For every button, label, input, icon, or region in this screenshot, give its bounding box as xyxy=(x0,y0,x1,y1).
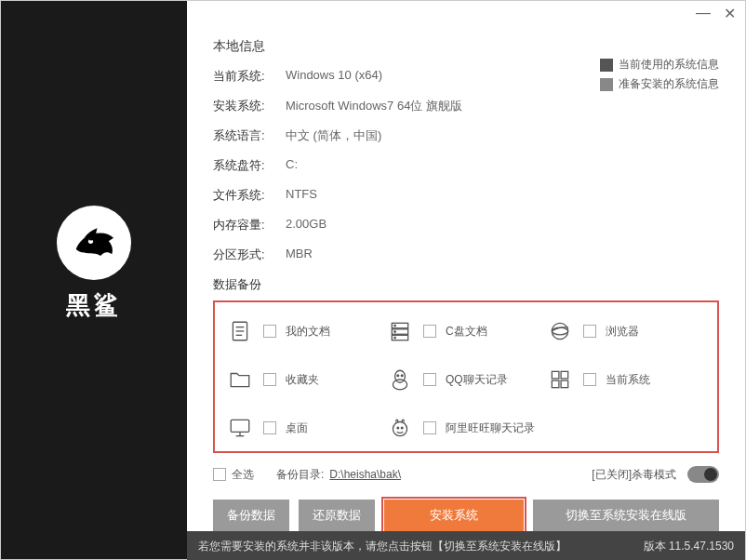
label-mem: 内存容量: xyxy=(213,217,286,233)
label-desktop: 桌面 xyxy=(286,420,308,436)
legend-swatch-prepare xyxy=(600,78,613,91)
backup-dir-path[interactable]: D:\heisha\bak\ xyxy=(329,468,401,481)
svg-rect-19 xyxy=(561,371,568,379)
windows-icon xyxy=(546,366,574,393)
restore-button[interactable]: 还原数据 xyxy=(299,500,375,531)
footer-version: 版本 11.5.47.1530 xyxy=(644,539,734,554)
select-all-label: 全选 xyxy=(232,467,254,483)
label-drive: 系统盘符: xyxy=(213,157,286,174)
svg-point-27 xyxy=(401,427,403,429)
svg-rect-1 xyxy=(89,239,94,241)
folder-icon xyxy=(226,366,254,393)
checkbox-cdrive[interactable] xyxy=(423,325,436,338)
antivirus-status: [已关闭]杀毒模式 xyxy=(592,467,676,483)
brand-logo: 黑鲨 xyxy=(57,206,131,322)
label-cdrive: C盘文档 xyxy=(446,324,487,340)
svg-point-13 xyxy=(552,327,567,335)
backup-item-cursys[interactable]: 当前系统 xyxy=(546,366,706,393)
brand-text: 黑鲨 xyxy=(66,289,122,322)
footer-hint: 若您需要安装的系统并非该版本，请您点击按钮【切换至系统安装在线版】 xyxy=(198,539,566,554)
label-aliww: 阿里旺旺聊天记录 xyxy=(446,420,535,436)
ie-icon xyxy=(546,317,574,345)
svg-rect-21 xyxy=(561,380,568,388)
value-lang: 中文 (简体，中国) xyxy=(286,127,381,144)
label-current-os: 当前系统: xyxy=(213,68,286,85)
qq-icon xyxy=(386,366,414,393)
antivirus-toggle[interactable] xyxy=(687,466,719,483)
label-fs: 文件系统: xyxy=(213,187,286,204)
install-button[interactable]: 安装系统 xyxy=(384,500,524,531)
info-table: 当前系统:Windows 10 (x64) 安装系统:Microsoft Win… xyxy=(213,68,719,263)
value-mem: 2.00GB xyxy=(286,217,326,233)
switch-online-button[interactable]: 切换至系统安装在线版 xyxy=(533,500,719,531)
backup-item-browser[interactable]: 浏览器 xyxy=(546,317,706,345)
close-button[interactable]: ✕ xyxy=(723,7,736,20)
options-row: 全选 备份目录: D:\heisha\bak\ [已关闭]杀毒模式 xyxy=(213,466,719,483)
svg-point-26 xyxy=(397,427,399,429)
local-info-heading: 本地信息 xyxy=(213,38,719,55)
label-qq: QQ聊天记录 xyxy=(446,372,508,388)
window-controls: — ✕ xyxy=(697,7,736,20)
svg-point-16 xyxy=(397,375,399,377)
svg-rect-18 xyxy=(552,371,559,379)
backup-item-favorites[interactable]: 收藏夹 xyxy=(226,366,386,393)
backup-item-desktop[interactable]: 桌面 xyxy=(226,414,386,442)
legend: 当前使用的系统信息 准备安装的系统信息 xyxy=(600,57,719,96)
monitor-icon xyxy=(226,414,254,442)
svg-point-25 xyxy=(393,422,406,436)
checkbox-favorites[interactable] xyxy=(263,373,276,386)
label-favorites: 收藏夹 xyxy=(286,372,319,388)
label-browser: 浏览器 xyxy=(606,324,639,340)
value-current-os: Windows 10 (x64) xyxy=(286,68,382,85)
backup-item-cdrive[interactable]: C盘文档 xyxy=(386,317,546,345)
label-cursys: 当前系统 xyxy=(606,372,650,388)
server-icon xyxy=(386,317,414,345)
checkbox-qq[interactable] xyxy=(423,373,436,386)
label-part: 分区形式: xyxy=(213,247,286,263)
shark-icon xyxy=(57,206,131,280)
legend-swatch-current xyxy=(600,59,613,72)
backup-item-qq[interactable]: QQ聊天记录 xyxy=(386,366,546,393)
checkbox-desktop[interactable] xyxy=(263,421,276,434)
document-icon xyxy=(226,317,254,345)
backup-dir-label: 备份目录: xyxy=(276,467,324,483)
label-docs: 我的文档 xyxy=(286,324,330,340)
checkbox-select-all[interactable] xyxy=(213,468,226,481)
checkbox-browser[interactable] xyxy=(583,325,596,338)
value-install-os: Microsoft Windows7 64位 旗舰版 xyxy=(286,98,462,114)
svg-rect-20 xyxy=(552,380,559,388)
svg-point-9 xyxy=(394,325,396,327)
checkbox-docs[interactable] xyxy=(263,325,276,338)
backup-options: 我的文档 C盘文档 浏览器 收藏夹 xyxy=(213,300,719,453)
legend-current-label: 当前使用的系统信息 xyxy=(619,57,719,73)
minimize-button[interactable]: — xyxy=(697,7,710,20)
value-fs: NTFS xyxy=(286,187,317,204)
legend-prepare-label: 准备安装的系统信息 xyxy=(619,76,719,92)
checkbox-cursys[interactable] xyxy=(583,373,596,386)
action-buttons: 备份数据 还原数据 安装系统 切换至系统安装在线版 xyxy=(213,500,719,531)
aliww-icon xyxy=(386,414,414,442)
svg-rect-22 xyxy=(231,420,249,432)
svg-point-10 xyxy=(394,331,396,333)
sidebar: 黑鲨 xyxy=(1,1,187,559)
backup-item-aliww[interactable]: 阿里旺旺聊天记录 xyxy=(386,414,706,442)
svg-point-12 xyxy=(552,323,567,339)
value-drive: C: xyxy=(286,157,298,174)
backup-heading: 数据备份 xyxy=(213,276,719,293)
checkbox-aliww[interactable] xyxy=(423,421,436,434)
svg-point-17 xyxy=(401,375,403,377)
label-install-os: 安装系统: xyxy=(213,98,286,114)
footer: 若您需要安装的系统并非该版本，请您点击按钮【切换至系统安装在线版】 版本 11.… xyxy=(187,531,745,560)
value-part: MBR xyxy=(286,247,313,263)
backup-button[interactable]: 备份数据 xyxy=(213,500,289,531)
svg-point-11 xyxy=(394,337,396,339)
svg-point-15 xyxy=(393,380,406,390)
label-lang: 系统语言: xyxy=(213,127,286,144)
backup-item-docs[interactable]: 我的文档 xyxy=(226,317,386,345)
